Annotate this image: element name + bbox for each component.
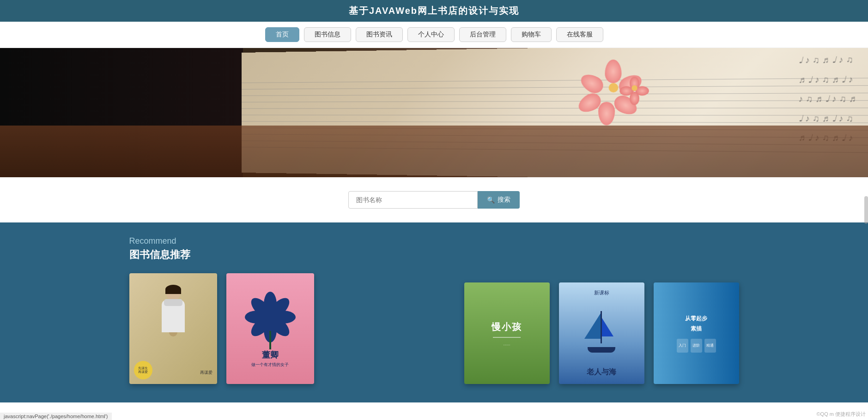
- nav-bar: 首页 图书信息 图书资讯 个人中心 后台管理 购物车 在线客服: [0, 22, 868, 48]
- book-title-2: 董卿: [262, 349, 279, 360]
- nav-service[interactable]: 在线客服: [556, 27, 603, 42]
- book-card-1[interactable]: 先谋生 先谋生再谋爱: [129, 273, 217, 384]
- lotus-decoration: 董卿 做一个有才情的女子: [247, 289, 293, 368]
- hero-banner: ♩ ♪ ♫ ♬ ♩ ♪ ♫ ♬ ♩ ♪ ♫ ♬ ♩ ♪ ♪ ♫ ♬ ♩ ♪ ♫ …: [0, 48, 868, 177]
- book-card-4[interactable]: 新课标 老人与海: [559, 282, 644, 384]
- nav-book-info[interactable]: 图书信息: [304, 27, 351, 42]
- recommend-title-en: Recommend: [129, 236, 739, 246]
- book-card-5[interactable]: 从零起步素描 入门 进阶 精通: [654, 282, 739, 384]
- book-title-4: 老人与海: [587, 367, 616, 377]
- book-title-5: 从零起步素描: [685, 314, 707, 334]
- search-section: 🔍 搜索: [0, 177, 868, 222]
- nav-cart[interactable]: 购物车: [511, 27, 552, 42]
- search-button-label: 搜索: [498, 196, 510, 204]
- search-button[interactable]: 🔍 搜索: [478, 191, 520, 209]
- hero-flower-decoration: [585, 66, 642, 114]
- nav-personal[interactable]: 个人中心: [407, 27, 455, 42]
- book-subtitle-2: 做一个有才情的女子: [251, 362, 289, 368]
- book-card-3[interactable]: 慢小孩 ......: [464, 282, 550, 384]
- nav-book-news[interactable]: 图书资讯: [356, 27, 403, 42]
- scroll-indicator[interactable]: [864, 196, 868, 224]
- search-icon: 🔍: [487, 196, 495, 204]
- book-title-1: 再谋爱: [200, 370, 212, 376]
- recommend-section: Recommend 图书信息推荐 先谋生 先谋生再谋爱: [0, 222, 868, 402]
- book-badge-1: 先谋生再谋爱: [134, 361, 152, 379]
- search-input[interactable]: [348, 191, 478, 209]
- site-title: 基于JAVAWeb网上书店的设计与实现: [0, 0, 868, 22]
- recommend-title-cn: 图书信息推荐: [129, 248, 739, 262]
- book-title-3: 慢小孩: [492, 321, 522, 333]
- book-grid: 先谋生 先谋生再谋爱: [129, 273, 739, 384]
- nav-admin[interactable]: 后台管理: [459, 27, 506, 42]
- site-header: 基于JAVAWeb网上书店的设计与实现: [0, 0, 868, 22]
- nav-home[interactable]: 首页: [265, 27, 299, 42]
- hero-wood-table: [0, 126, 868, 177]
- book-card-2[interactable]: 董卿 做一个有才情的女子: [226, 273, 314, 384]
